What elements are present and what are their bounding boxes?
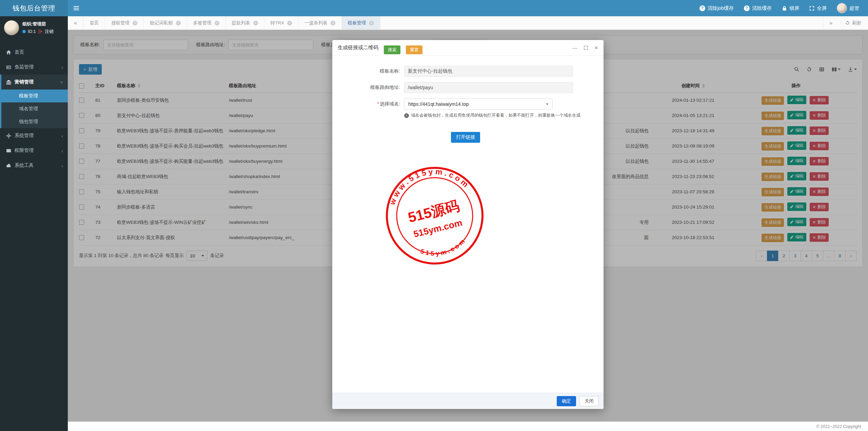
chevron-left-icon: ‹ xyxy=(61,133,63,139)
tab-close-icon[interactable]: × xyxy=(369,21,374,25)
tab-close-icon[interactable]: × xyxy=(215,21,219,25)
sidebar-item-system[interactable]: 系统管理 ‹ xyxy=(0,128,68,143)
lock-screen-button[interactable]: 锁屏 xyxy=(782,5,799,12)
modal-domain-label: 选择域名: xyxy=(380,101,400,106)
refresh-icon xyxy=(845,21,850,25)
chevron-down-icon: ˅ xyxy=(60,79,63,85)
tab-close-icon[interactable]: × xyxy=(331,21,335,25)
tab-close-icon[interactable]: × xyxy=(253,21,258,25)
tab-scroll-right-button[interactable]: » xyxy=(823,16,839,30)
sidebar-item-template-management[interactable]: 模板管理 xyxy=(1,90,68,102)
domain-select[interactable]: https://441qt.haiwaiym14.top xyxy=(404,98,553,110)
content-area: 模板名称: 模板路由地址: 模板方式: 全部 模板类型: xyxy=(68,30,868,422)
page-footer: © 2021~2022 Copyright xyxy=(68,422,868,431)
close-modal-button[interactable]: 关闭 xyxy=(579,396,599,406)
sidebar-item-tools[interactable]: 系统工具 ‹ xyxy=(0,158,68,173)
gear-icon xyxy=(6,133,11,138)
sidebar-item-wallet-management[interactable]: 钱包管理 xyxy=(1,115,68,128)
watermark-stamp: w w w . 5 1 5 y m . c o m 5 1 5 y m . c … xyxy=(384,165,486,267)
stamp-arc-bottom: 5 1 5 y m . c o m xyxy=(418,237,468,261)
tab-bar: « 首页 授权管理 × 助记词私钥 × 多签管理 × 提款列表 × 转TRX ×… xyxy=(68,16,868,30)
status-dot-icon xyxy=(22,30,26,33)
tab-3[interactable]: 助记词私钥 × xyxy=(144,16,187,30)
reset-button[interactable]: 重置 xyxy=(406,45,422,54)
chevron-left-icon: ‹ xyxy=(61,64,63,70)
sidebar-item-home[interactable]: 首页 xyxy=(0,45,68,60)
id-card-icon xyxy=(6,65,11,70)
tab-close-icon[interactable]: × xyxy=(287,21,292,25)
tab-4[interactable]: 多签管理 × xyxy=(187,16,226,30)
sidebar: 组织:管理层 ID:1 注销 首页 鱼苗管理 ‹ xyxy=(0,16,68,431)
lock-icon xyxy=(782,6,787,11)
fullscreen-icon xyxy=(809,6,814,11)
tab-refresh-button[interactable]: 刷新 xyxy=(839,16,868,30)
svg-text:5 1 5 y m . c o m: 5 1 5 y m . c o m xyxy=(418,237,468,261)
clear-job-cache-button[interactable]: ? 清除job缓存 xyxy=(699,5,734,12)
tab-1[interactable]: 首页 xyxy=(83,16,105,30)
caret-down-icon xyxy=(546,103,549,105)
modal-template-name-input xyxy=(404,66,573,77)
sidebar-item-permission[interactable]: 权限管理 ‹ xyxy=(0,143,68,158)
app-logo: 钱包后台管理 xyxy=(0,0,68,16)
user-menu[interactable]: 超管 xyxy=(837,3,859,13)
fullscreen-button[interactable]: 全屏 xyxy=(809,5,827,12)
tab-2[interactable]: 授权管理 × xyxy=(105,16,144,30)
sidebar-item-domain-management[interactable]: 域名管理 xyxy=(1,102,68,115)
sidebar-toggle-button[interactable] xyxy=(68,0,85,16)
cloud-icon xyxy=(6,163,11,168)
modal-footer: 确定 关闭 xyxy=(332,393,604,409)
modal-title: 生成链接或二维码 xyxy=(338,44,378,51)
app-window: 钱包后台管理 ? 清除job缓存 ? 清除缓存 锁屏 全屏 xyxy=(0,0,868,431)
modal-body: 模板名称: 模板路由地址: *选择域名: https://441qt.haiwa… xyxy=(332,56,604,393)
generate-link-modal: 生成链接或二维码 — × 模板名称: xyxy=(332,40,604,409)
search-button[interactable]: 搜索 xyxy=(384,45,400,54)
copyright-text: © 2021~2022 Copyright xyxy=(816,424,861,429)
open-link-button[interactable]: 打开链接 xyxy=(451,132,480,143)
id-card-icon xyxy=(6,148,11,153)
bank-icon xyxy=(6,80,11,85)
tab-close-icon[interactable]: × xyxy=(176,21,181,25)
info-icon: i xyxy=(404,113,409,118)
top-bar: 钱包后台管理 ? 清除job缓存 ? 清除缓存 锁屏 全屏 xyxy=(0,0,868,16)
tab-7[interactable]: 一波杀列表 × xyxy=(298,16,342,30)
tab-8[interactable]: 模板管理 × xyxy=(342,16,380,30)
sign-out-icon xyxy=(38,29,43,34)
required-asterisk: * xyxy=(377,101,379,106)
confirm-button[interactable]: 确定 xyxy=(557,396,576,406)
question-circle-icon: ? xyxy=(744,5,750,11)
clear-cache-button[interactable]: ? 清除缓存 xyxy=(744,5,772,12)
sidebar-item-marketing[interactable]: 营销管理 ˅ xyxy=(1,75,68,90)
modal-template-route-input xyxy=(404,82,573,93)
sidebar-menu: 首页 鱼苗管理 ‹ 营销管理 ˅ 模板管理 域名管理 xyxy=(0,45,68,173)
logout-link[interactable]: 注销 xyxy=(45,28,54,35)
chevron-left-icon: ‹ xyxy=(61,148,63,154)
user-org: 组织:管理层 xyxy=(22,20,54,28)
user-id: ID:1 xyxy=(28,28,36,35)
close-button[interactable]: × xyxy=(594,44,598,52)
navbar: ? 清除job缓存 ? 清除缓存 锁屏 全屏 超管 xyxy=(68,0,868,16)
sidebar-item-fish[interactable]: 鱼苗管理 ‹ xyxy=(0,60,68,75)
question-circle-icon: ? xyxy=(699,5,705,11)
tab-close-icon[interactable]: × xyxy=(133,21,137,25)
domain-tip: i 域名会被钱包封，生成后用鱼使用的钱包打开看看，如果不能打开，则重新换一个域名… xyxy=(404,113,594,118)
tab-5[interactable]: 提款列表 × xyxy=(226,16,264,30)
tab-scroll-left-button[interactable]: « xyxy=(68,16,83,30)
avatar xyxy=(837,3,847,13)
modal-name-label: 模板名称: xyxy=(332,68,404,74)
tab-list: 首页 授权管理 × 助记词私钥 × 多签管理 × 提款列表 × 转TRX × 一… xyxy=(83,16,380,30)
modal-route-label: 模板路由地址: xyxy=(332,84,404,91)
user-panel: 组织:管理层 ID:1 注销 xyxy=(0,16,68,40)
maximize-icon xyxy=(584,45,588,50)
tab-6[interactable]: 转TRX × xyxy=(264,16,299,30)
chevron-left-icon: ‹ xyxy=(61,163,63,169)
minimize-button[interactable]: — xyxy=(572,45,577,51)
avatar xyxy=(4,20,19,35)
maximize-button[interactable] xyxy=(584,45,588,50)
modal-header: 生成链接或二维码 — × xyxy=(332,40,604,56)
home-icon xyxy=(6,50,11,55)
sidebar-group-marketing: 营销管理 ˅ 模板管理 域名管理 钱包管理 xyxy=(0,75,68,128)
